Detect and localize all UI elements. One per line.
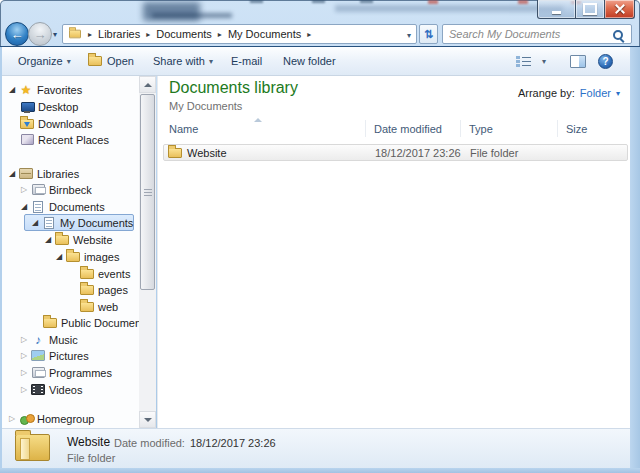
sidebar-item-label: Videos xyxy=(46,384,82,396)
sidebar-item-pictures[interactable]: ▷ Pictures xyxy=(2,347,139,364)
breadcrumb-arrow-icon[interactable]: ▸ xyxy=(218,30,222,39)
minimize-button[interactable] xyxy=(537,0,576,19)
expander-icon[interactable]: ◢ xyxy=(18,198,30,215)
window-border-left xyxy=(0,47,2,468)
open-button[interactable]: Open xyxy=(88,47,134,75)
sidebar-scrollbar[interactable] xyxy=(139,76,156,428)
breadcrumb-item-my-documents[interactable]: My Documents xyxy=(228,28,301,40)
expander-icon[interactable]: ▷ xyxy=(18,364,30,381)
column-divider[interactable] xyxy=(365,120,366,137)
expander-icon[interactable]: ◢ xyxy=(42,231,54,248)
sidebar-item-label: Pictures xyxy=(46,350,89,362)
library-icon xyxy=(30,184,46,195)
scroll-down-button[interactable] xyxy=(139,411,156,428)
sidebar-item-public-documents[interactable]: Public Documents xyxy=(2,314,139,331)
library-subtitle: My Documents xyxy=(169,100,242,112)
breadcrumb-arrow-icon[interactable]: ▸ xyxy=(307,30,311,39)
sidebar-item-downloads[interactable]: Downloads xyxy=(2,115,139,132)
sidebar-item-images[interactable]: ◢ images xyxy=(2,248,139,265)
column-divider[interactable] xyxy=(557,120,558,137)
documents-icon xyxy=(30,201,46,213)
sidebar-item-website[interactable]: ◢ Website xyxy=(2,231,139,248)
breadcrumb-item-libraries[interactable]: Libraries xyxy=(98,28,140,40)
file-row-website[interactable]: Website 18/12/2017 23:26 File folder xyxy=(163,144,628,161)
expander-icon[interactable]: ◢ xyxy=(29,214,41,231)
column-header-date-modified[interactable]: Date modified xyxy=(374,123,442,135)
new-folder-button[interactable]: New folder xyxy=(283,47,336,75)
refresh-button[interactable]: ⇅ xyxy=(419,24,438,44)
expander-icon[interactable]: ▷ xyxy=(18,181,30,198)
navigation-bar: ← → ▾ ▸ Libraries ▸ Documents ▸ My Docum… xyxy=(0,22,640,47)
navigation-pane: ◢ ★ Favorites Desktop Downloads Recent P… xyxy=(2,76,139,428)
address-history-dropdown-icon[interactable]: ▾ xyxy=(407,31,411,40)
share-with-button[interactable]: Share with ▾ xyxy=(153,47,213,75)
search-icon[interactable] xyxy=(612,29,625,42)
open-folder-icon xyxy=(88,56,102,66)
email-button[interactable]: E-mail xyxy=(231,47,262,75)
forward-button[interactable]: → xyxy=(28,22,52,46)
column-divider[interactable] xyxy=(460,120,461,137)
expander-icon[interactable]: ▷ xyxy=(18,331,30,348)
expander-icon[interactable]: ▷ xyxy=(18,347,30,364)
address-bar[interactable]: ▸ Libraries ▸ Documents ▸ My Documents ▸… xyxy=(62,24,417,44)
column-header-name[interactable]: Name xyxy=(169,123,198,135)
scrollbar-thumb[interactable] xyxy=(140,94,155,290)
expander-icon[interactable]: ◢ xyxy=(6,165,18,182)
sidebar-item-label: Favorites xyxy=(34,84,82,96)
back-button[interactable]: ← xyxy=(5,22,29,46)
expander-icon[interactable]: ▷ xyxy=(18,381,30,398)
search-input[interactable] xyxy=(447,26,607,42)
scroll-up-button[interactable] xyxy=(139,76,156,93)
column-header-size[interactable]: Size xyxy=(566,123,587,135)
titlebar-reflection xyxy=(152,13,232,18)
sidebar-item-music[interactable]: ▷ ♪ Music xyxy=(2,331,139,348)
breadcrumb-arrow-icon[interactable]: ▸ xyxy=(88,30,92,39)
sidebar-item-my-documents[interactable]: ◢ My Documents xyxy=(24,214,134,231)
expander-icon[interactable]: ◢ xyxy=(6,81,18,98)
window-border-bottom xyxy=(0,468,640,473)
recent-pages-dropdown-icon[interactable]: ▾ xyxy=(53,30,57,39)
titlebar-reflection xyxy=(335,5,563,12)
sidebar-item-libraries[interactable]: ◢ Libraries xyxy=(2,165,139,182)
music-icon: ♪ xyxy=(30,334,46,346)
downloads-icon xyxy=(19,119,35,129)
titlebar-reflection xyxy=(360,0,373,3)
arrange-by-control[interactable]: Arrange by: Folder ▾ xyxy=(518,87,620,99)
column-header-type[interactable]: Type xyxy=(469,123,493,135)
preview-pane-button[interactable] xyxy=(570,47,586,75)
arrange-by-value[interactable]: Folder xyxy=(580,87,611,99)
sidebar-item-birnbeck[interactable]: ▷ Birnbeck xyxy=(2,181,139,198)
file-type-cell: File folder xyxy=(470,147,518,159)
sidebar-item-pages[interactable]: pages xyxy=(2,281,139,298)
breadcrumb-arrow-icon[interactable]: ▸ xyxy=(146,30,150,39)
folder-icon xyxy=(168,148,182,158)
sidebar-item-documents[interactable]: ◢ Documents xyxy=(2,198,139,215)
titlebar-reflection xyxy=(143,2,200,21)
sidebar-item-videos[interactable]: ▷ Videos xyxy=(2,381,139,398)
change-view-dropdown[interactable]: ▾ xyxy=(538,47,546,75)
file-list-pane: Documents library My Documents Arrange b… xyxy=(157,76,630,428)
maximize-button[interactable] xyxy=(575,0,605,19)
email-label: E-mail xyxy=(231,55,262,67)
sidebar-item-homegroup[interactable]: ▷ Homegroup xyxy=(2,410,139,427)
recent-places-icon xyxy=(19,134,35,145)
folder-icon xyxy=(42,318,58,328)
help-button[interactable]: ? xyxy=(598,47,613,75)
sidebar-item-recent-places[interactable]: Recent Places xyxy=(2,131,139,148)
close-button[interactable] xyxy=(604,0,635,19)
sidebar-item-favorites[interactable]: ◢ ★ Favorites xyxy=(2,81,139,98)
breadcrumb-item-documents[interactable]: Documents xyxy=(156,28,212,40)
expander-icon[interactable]: ◢ xyxy=(53,248,65,265)
sidebar-item-web[interactable]: web xyxy=(2,298,139,315)
sidebar-item-desktop[interactable]: Desktop xyxy=(2,98,139,115)
sidebar-item-events[interactable]: events xyxy=(2,265,139,282)
organize-button[interactable]: Organize ▾ xyxy=(18,47,71,75)
search-box xyxy=(442,24,632,44)
expander-icon[interactable]: ▷ xyxy=(6,410,18,427)
sidebar-item-label: pages xyxy=(95,284,128,296)
change-view-button[interactable] xyxy=(516,47,532,75)
sidebar-item-label: Desktop xyxy=(35,101,78,113)
sidebar-item-programmes[interactable]: ▷ Programmes xyxy=(2,364,139,381)
location-folder-icon xyxy=(69,30,81,39)
library-icon xyxy=(30,367,46,378)
